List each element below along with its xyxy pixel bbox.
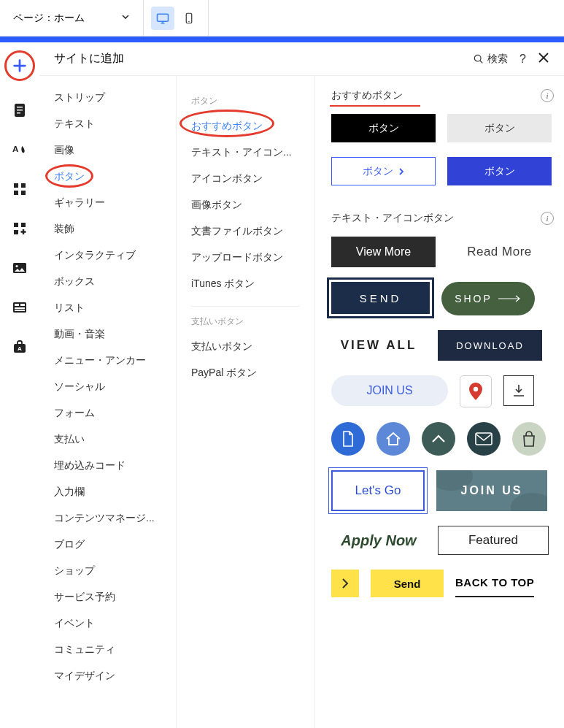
category-item[interactable]: メニュー・アンカー: [39, 348, 176, 374]
svg-rect-5: [17, 110, 23, 111]
demo-circle-bag[interactable]: [512, 422, 546, 456]
demo-back-to-top[interactable]: BACK TO TOP: [455, 570, 534, 597]
category-item[interactable]: インタラクティブ: [39, 242, 176, 269]
mobile-view-button[interactable]: [177, 7, 201, 30]
svg-rect-20: [20, 304, 25, 306]
search-button[interactable]: 検索: [473, 53, 508, 66]
demo-button-black[interactable]: ボタン: [331, 114, 436, 142]
media-icon[interactable]: [10, 258, 29, 277]
demo-read-more[interactable]: Read More: [447, 237, 552, 267]
demo-circle-mail[interactable]: [467, 422, 501, 456]
map-pin-icon: [468, 383, 483, 400]
category-item[interactable]: 埋め込みコード: [39, 453, 176, 479]
category-item[interactable]: フォーム: [39, 400, 176, 426]
category-item[interactable]: 画像: [39, 137, 176, 164]
svg-rect-12: [14, 223, 18, 227]
svg-rect-6: [17, 112, 20, 114]
annotation-circle: [45, 164, 93, 188]
demo-view-all[interactable]: VIEW ALL: [331, 330, 426, 361]
category-item[interactable]: リスト: [39, 295, 176, 321]
page-label: ページ：ホーム: [13, 12, 85, 25]
demo-send[interactable]: SEND: [331, 282, 430, 314]
download-icon: [511, 383, 526, 398]
pages-icon[interactable]: [10, 101, 29, 120]
device-toggle: [144, 0, 209, 36]
annotation-circle: [4, 50, 35, 81]
close-button[interactable]: [538, 52, 549, 66]
demo-download-box[interactable]: [503, 375, 534, 406]
category-item[interactable]: マイデザイン: [39, 663, 176, 689]
category-item[interactable]: テキスト: [39, 111, 176, 137]
subcategory-item[interactable]: アイコンボタン: [191, 166, 300, 192]
chevron-down-icon: [121, 12, 130, 23]
category-item[interactable]: ストリップ: [39, 85, 176, 111]
svg-rect-27: [476, 433, 492, 445]
demo-download[interactable]: DOWNLOAD: [438, 330, 542, 361]
layout-icon[interactable]: [10, 298, 29, 317]
section-title-text: おすすめボタン: [331, 89, 403, 101]
category-item[interactable]: ボタン: [39, 164, 176, 190]
category-item[interactable]: ギャラリー: [39, 190, 176, 216]
demo-arrow-yellow[interactable]: [331, 570, 359, 597]
subcategory-item[interactable]: おすすめボタン: [191, 113, 300, 139]
search-label: 検索: [487, 53, 508, 66]
help-button[interactable]: ?: [519, 53, 526, 66]
add-button[interactable]: [5, 51, 34, 80]
category-item[interactable]: ブログ: [39, 532, 176, 558]
subcategory-list: ボタンおすすめボタンテキスト・アイコン...アイコンボタン画像ボタン文書ファイル…: [177, 76, 315, 728]
info-button[interactable]: i: [541, 89, 554, 102]
business-icon[interactable]: A: [10, 337, 29, 356]
category-item[interactable]: コンテンツマネージ...: [39, 505, 176, 532]
subcategory-item[interactable]: 画像ボタン: [191, 192, 300, 218]
subcategory-item[interactable]: アップロードボタン: [191, 245, 300, 271]
demo-shop[interactable]: SHOP: [441, 282, 535, 315]
demo-view-more[interactable]: View More: [331, 237, 436, 267]
svg-rect-19: [15, 304, 19, 306]
info-button[interactable]: i: [541, 212, 554, 225]
demo-button-outline[interactable]: ボタン: [331, 157, 436, 185]
category-item[interactable]: 支払い: [39, 426, 176, 453]
apps-icon[interactable]: [10, 180, 29, 199]
demo-lets-go[interactable]: Let's Go: [331, 470, 425, 511]
subcategory-item[interactable]: PayPal ボタン: [191, 360, 300, 386]
category-item[interactable]: 動画・音楽: [39, 321, 176, 348]
category-item[interactable]: ソーシャル: [39, 374, 176, 400]
subcategory-item[interactable]: テキスト・アイコン...: [191, 139, 300, 166]
desktop-view-button[interactable]: [151, 7, 174, 30]
subcategory-item[interactable]: iTunes ボタン: [191, 271, 300, 297]
demo-circle-document[interactable]: [331, 422, 365, 456]
section-title: おすすめボタン: [331, 89, 541, 102]
demo-featured[interactable]: Featured: [438, 526, 549, 555]
svg-text:A: A: [18, 345, 22, 352]
category-item[interactable]: ボックス: [39, 269, 176, 295]
demo-button-blue[interactable]: ボタン: [447, 157, 552, 185]
accent-strip: [0, 37, 564, 42]
category-item[interactable]: サービス予約: [39, 584, 176, 610]
demo-join-us[interactable]: JOIN US: [331, 375, 448, 406]
svg-rect-4: [17, 107, 23, 108]
category-item[interactable]: コミュニティ: [39, 637, 176, 663]
category-item[interactable]: ショップ: [39, 558, 176, 584]
category-item[interactable]: イベント: [39, 610, 176, 637]
demo-button-grey[interactable]: ボタン: [447, 114, 552, 142]
section-title: テキスト・アイコンボタン: [331, 212, 541, 225]
subcategory-item[interactable]: 文書ファイルボタン: [191, 218, 300, 245]
demo-join-us-2[interactable]: JOIN US: [436, 470, 547, 511]
category-item[interactable]: 入力欄: [39, 479, 176, 505]
svg-point-26: [474, 387, 478, 391]
subcategory-item[interactable]: 支払いボタン: [191, 334, 300, 360]
svg-point-25: [474, 55, 481, 61]
addons-icon[interactable]: [10, 219, 29, 238]
page-dropdown[interactable]: ページ：ホーム: [0, 0, 144, 36]
demo-apply-now[interactable]: Apply Now: [331, 526, 426, 555]
category-item[interactable]: 装飾: [39, 216, 176, 242]
demo-circle-home[interactable]: [376, 422, 410, 456]
demo-send-yellow[interactable]: Send: [371, 570, 444, 597]
design-icon[interactable]: A: [10, 140, 29, 159]
svg-rect-9: [21, 183, 26, 188]
close-icon: [538, 52, 549, 64]
demo-map-pin[interactable]: [460, 375, 492, 407]
subcategory-group-title: ボタン: [191, 95, 300, 107]
svg-rect-8: [14, 183, 18, 188]
demo-circle-up[interactable]: [422, 422, 455, 456]
